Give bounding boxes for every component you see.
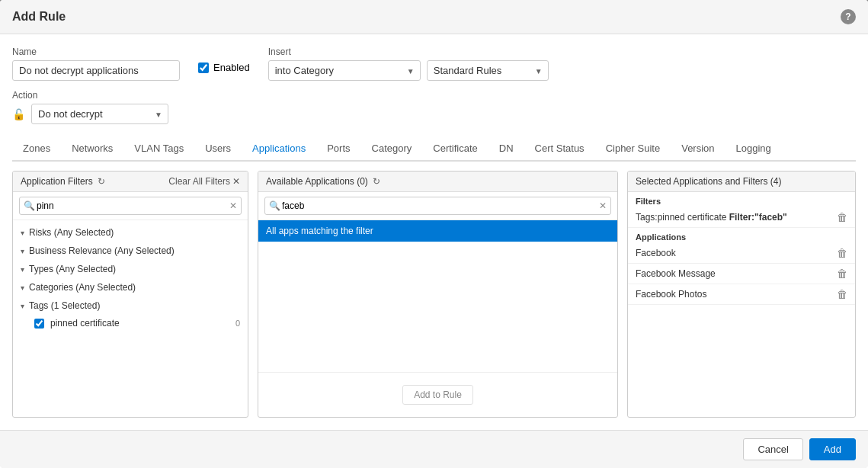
applications-section-label: Applications (628, 228, 855, 243)
clear-all-filters-btn[interactable]: Clear All Filters ✕ (168, 176, 240, 187)
pinned-cert-count: 0 (235, 319, 240, 328)
facebook-label: Facebook (636, 248, 837, 258)
business-label: Business Relevance (Any Selected) (29, 245, 175, 256)
rules-select[interactable]: Standard Rules Mandatory Rules (427, 60, 549, 81)
modal-header: Add Rule ? (0, 0, 868, 34)
delete-filter-tags-icon[interactable]: 🗑 (837, 211, 847, 223)
app-item-all-matching[interactable]: All apps matching the filter (258, 220, 617, 242)
types-label: Types (Any Selected) (29, 264, 116, 274)
left-search-wrap: 🔍 ✕ (13, 192, 248, 220)
filter-group-tags-header[interactable]: ▾ Tags (1 Selected) (13, 297, 248, 315)
tab-users[interactable]: Users (194, 136, 242, 162)
action-select[interactable]: Do not decrypt Decrypt - Known Key Decry… (31, 104, 168, 124)
middle-panel: Available Applications (0) ↻ 🔍 ✕ All app… (258, 171, 618, 418)
add-to-rule-button[interactable]: Add to Rule (402, 385, 473, 405)
filter-group-business-header[interactable]: ▾ Business Relevance (Any Selected) (13, 242, 248, 260)
tab-version[interactable]: Version (671, 136, 725, 162)
pinned-cert-checkbox[interactable] (34, 319, 44, 329)
enabled-checkbox[interactable] (198, 63, 209, 73)
middle-panel-header: Available Applications (0) ↻ (258, 171, 617, 192)
filter-group-tags: ▾ Tags (1 Selected) pinned certificate 0 (13, 297, 248, 332)
tab-ports[interactable]: Ports (316, 136, 360, 162)
tab-applications[interactable]: Applications (242, 136, 316, 162)
left-search-clear-icon[interactable]: ✕ (229, 200, 237, 211)
form-row-1: Name Enabled Insert into Category Before… (12, 46, 856, 81)
tab-cipher-suite[interactable]: Cipher Suite (595, 136, 671, 162)
risks-chevron-icon: ▾ (21, 229, 24, 237)
tab-certificate[interactable]: Certificate (422, 136, 488, 162)
pinned-cert-label: pinned certificate (50, 318, 120, 329)
categories-chevron-icon: ▾ (21, 284, 24, 292)
tab-networks[interactable]: Networks (61, 136, 123, 162)
filter-group-risks: ▾ Risks (Any Selected) (13, 223, 248, 242)
left-panel: Application Filters ↻ Clear All Filters … (12, 171, 248, 418)
tab-category[interactable]: Category (361, 136, 423, 162)
selected-facebook-photos: Facebook Photos 🗑 (628, 284, 855, 305)
name-input[interactable] (12, 60, 180, 81)
insert-group: Insert into Category Before Rule After R… (268, 46, 549, 81)
tab-dn[interactable]: DN (488, 136, 524, 162)
delete-facebook-icon[interactable]: 🗑 (837, 247, 847, 259)
insert-select-wrap: into Category Before Rule After Rule ▼ (268, 60, 421, 81)
business-chevron-icon: ▾ (21, 247, 24, 255)
selected-panel-content: Filters Tags:pinned certificate Filter:"… (628, 192, 855, 417)
risks-label: Risks (Any Selected) (29, 227, 114, 238)
facebook-message-label: Facebook Message (636, 268, 837, 279)
help-icon[interactable]: ? (841, 9, 856, 24)
filter-group-business: ▾ Business Relevance (Any Selected) (13, 242, 248, 260)
filter-group-categories: ▾ Categories (Any Selected) (13, 278, 248, 297)
left-search-input[interactable] (19, 197, 242, 215)
tags-chevron-icon: ▾ (21, 302, 24, 310)
middle-search-wrap: 🔍 ✕ (258, 192, 617, 220)
modal-overlay: Add Rule ? Name Enabled Insert (0, 0, 868, 468)
left-refresh-icon[interactable]: ↻ (98, 176, 105, 187)
modal-title: Add Rule (12, 10, 66, 24)
selected-facebook: Facebook 🗑 (628, 243, 855, 264)
middle-search-input[interactable] (264, 197, 611, 215)
name-label: Name (12, 46, 180, 57)
filter-tags-bold: Filter:"faceb" (729, 212, 787, 223)
middle-refresh-icon[interactable]: ↻ (373, 176, 380, 187)
insert-label: Insert (268, 46, 549, 57)
enabled-label: Enabled (213, 62, 250, 73)
cancel-button[interactable]: Cancel (743, 438, 802, 460)
filter-group-types-header[interactable]: ▾ Types (Any Selected) (13, 260, 248, 278)
filter-group-types: ▾ Types (Any Selected) (13, 260, 248, 278)
tab-logging[interactable]: Logging (725, 136, 782, 162)
selected-filter-tags: Tags:pinned certificate Filter:"faceb" 🗑 (628, 207, 855, 228)
add-rule-modal: Add Rule ? Name Enabled Insert (0, 0, 868, 468)
filter-item-pinned-cert: pinned certificate 0 (13, 315, 248, 332)
filter-group-categories-header[interactable]: ▾ Categories (Any Selected) (13, 278, 248, 297)
categories-label: Categories (Any Selected) (29, 282, 136, 293)
delete-facebook-photos-icon[interactable]: 🗑 (837, 288, 847, 300)
facebook-photos-label: Facebook Photos (636, 289, 837, 300)
left-search-icon: 🔍 (24, 200, 35, 211)
selected-apps-label: Selected Applications and Filters (4) (636, 176, 781, 187)
tab-cert-status[interactable]: Cert Status (524, 136, 595, 162)
filter-list: ▾ Risks (Any Selected) ▾ Business Releva… (13, 220, 248, 417)
action-icon: 🔓 (12, 108, 25, 120)
filter-tags-prefix: Tags:pinned certificate (636, 212, 729, 223)
tab-vlan-tags[interactable]: VLAN Tags (123, 136, 194, 162)
action-group: Action 🔓 Do not decrypt Decrypt - Known … (12, 90, 856, 124)
enabled-row: Enabled (198, 62, 250, 73)
app-list: All apps matching the filter (258, 220, 617, 372)
name-group: Name (12, 46, 180, 81)
filter-group-risks-header[interactable]: ▾ Risks (Any Selected) (13, 223, 248, 242)
delete-facebook-message-icon[interactable]: 🗑 (837, 268, 847, 280)
filter-tags-text: Tags:pinned certificate Filter:"faceb" (636, 212, 837, 223)
left-panel-header: Application Filters ↻ Clear All Filters … (13, 171, 248, 192)
tabs-bar: Zones Networks VLAN Tags Users Applicati… (12, 136, 856, 162)
clear-all-x-icon: ✕ (232, 176, 240, 187)
content-area: Application Filters ↻ Clear All Filters … (12, 171, 856, 418)
tags-label: Tags (1 Selected) (29, 300, 100, 311)
insert-select[interactable]: into Category Before Rule After Rule (268, 60, 421, 81)
action-row: 🔓 Do not decrypt Decrypt - Known Key Dec… (12, 104, 856, 124)
app-filters-label: Application Filters (21, 176, 93, 187)
tab-zones[interactable]: Zones (12, 136, 61, 162)
add-button[interactable]: Add (809, 438, 856, 460)
middle-search-clear-icon[interactable]: ✕ (599, 200, 607, 211)
types-chevron-icon: ▾ (21, 265, 24, 274)
modal-footer: Cancel Add (0, 430, 868, 468)
available-apps-label: Available Applications (0) (266, 176, 368, 187)
